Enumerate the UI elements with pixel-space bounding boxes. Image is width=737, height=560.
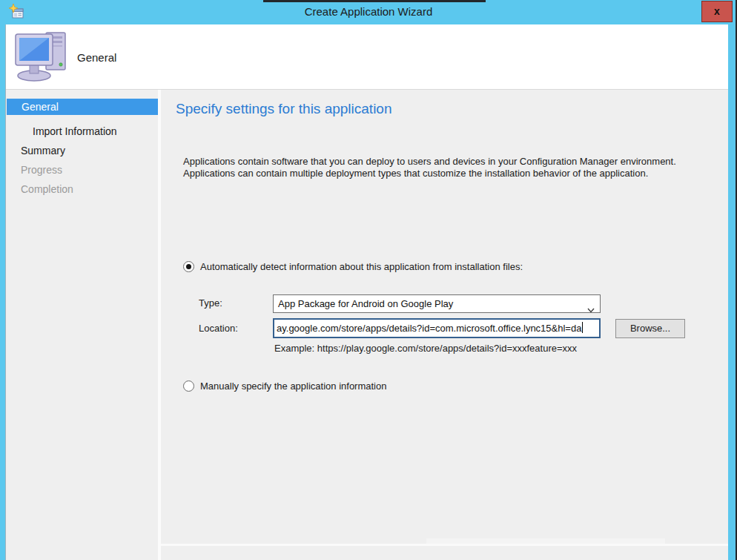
titlebar: Create Application Wizard x [0,0,737,24]
footer-button-area-hint [426,538,665,544]
manual-specify-radio[interactable] [183,381,194,392]
chevron-down-icon [587,301,595,306]
type-dropdown-value: App Package for Android on Google Play [278,298,453,309]
browse-button[interactable]: Browse... [615,319,685,338]
manual-specify-radio-row[interactable]: Manually specify the application informa… [183,381,386,392]
background-window-edge [263,0,486,2]
nav-item-import-information[interactable]: Import Information [6,123,158,139]
header-page-title: General [77,51,116,64]
location-input[interactable]: ay.google.com/store/apps/details?id=com.… [273,318,601,338]
window-title: Create Application Wizard [0,5,737,18]
location-label: Location: [199,323,238,334]
location-input-value: ay.google.com/store/apps/details?id=com.… [277,323,581,334]
page-description: Applications contain software that you c… [183,156,711,179]
wizard-header: General [6,24,728,90]
sidebar-divider [158,90,161,560]
computer-icon [13,30,70,82]
content-footer-divider [161,544,728,546]
nav-item-progress: Progress [6,162,158,178]
page-heading: Specify settings for this application [176,101,392,117]
close-button[interactable]: x [701,1,733,22]
nav-item-summary[interactable]: Summary [6,142,158,159]
auto-detect-radio[interactable] [183,261,194,272]
auto-detect-radio-row[interactable]: Automatically detect information about t… [183,261,523,272]
nav-item-completion: Completion [6,181,158,197]
create-application-wizard-window: Create Application Wizard x [0,0,737,560]
text-caret [582,322,583,333]
location-example-text: Example: https://play.google.com/store/a… [274,343,577,354]
wizard-step-list: General Import Information Summary Progr… [6,90,158,560]
window-border-left [0,24,6,560]
window-border-right [728,24,736,560]
auto-detect-radio-label: Automatically detect information about t… [200,261,523,272]
manual-specify-radio-label: Manually specify the application informa… [200,381,386,392]
type-label: Type: [199,297,222,309]
type-dropdown[interactable]: App Package for Android on Google Play [273,294,601,313]
nav-item-general[interactable]: General [7,99,158,115]
